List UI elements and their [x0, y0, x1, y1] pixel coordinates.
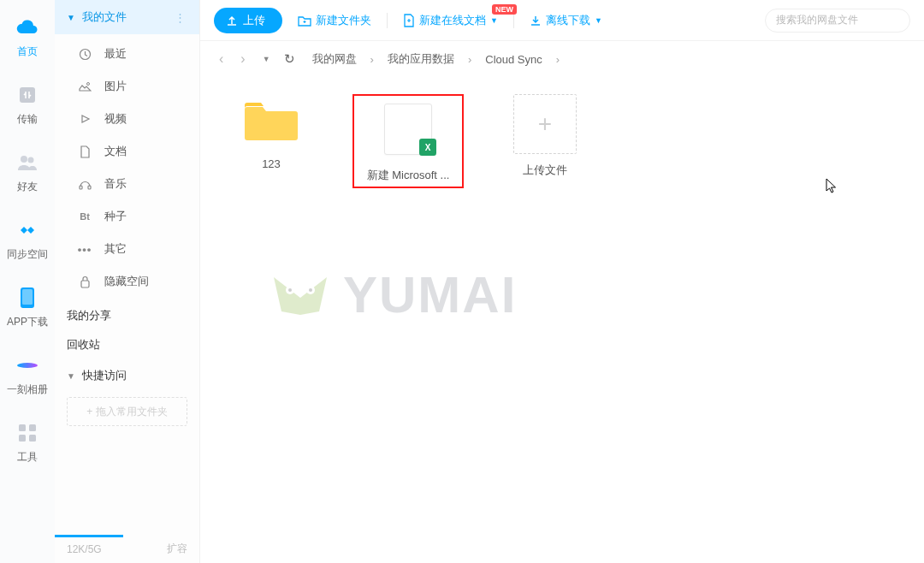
sidebar-item-home[interactable]: 首页	[15, 15, 39, 59]
cat-other[interactable]: •••其它	[55, 233, 199, 265]
plus-icon: +	[513, 94, 577, 154]
cat-header-myfiles[interactable]: ▼ 我的文件 ⋮	[55, 0, 199, 34]
document-icon	[77, 145, 92, 158]
folder-icon	[239, 94, 304, 149]
cat-share[interactable]: 我的分享	[55, 301, 199, 330]
cat-doc[interactable]: 文档	[55, 135, 199, 168]
forward-button[interactable]: ›	[237, 51, 248, 67]
sidebar-item-sync[interactable]: 同步空间	[7, 218, 48, 262]
chevron-down-icon: ▼	[595, 16, 602, 25]
svg-rect-6	[29, 424, 36, 431]
icon-sidebar: 首页 传输 好友 同步空间 APP下载 一刻相册 工具	[0, 0, 55, 563]
main-area: 上传 新建文件夹 新建在线文档 ▼ NEW 离线下载 ▼ 搜索我的网盘文件 ‹ …	[200, 0, 924, 563]
download-icon	[530, 15, 542, 27]
music-icon	[77, 178, 92, 191]
svg-point-10	[86, 82, 89, 85]
svg-point-4	[17, 363, 38, 368]
search-input[interactable]: 搜索我的网盘文件	[765, 9, 910, 33]
folder-plus-icon	[298, 15, 311, 27]
ellipsis-icon: •••	[77, 243, 92, 256]
dropdown-icon[interactable]: ▼	[259, 55, 274, 63]
file-grid: 123 X 新建 Microsoft ... + 上传文件	[200, 77, 924, 563]
drag-folder-box[interactable]: + 拖入常用文件夹	[67, 397, 187, 426]
file-excel-selected[interactable]: X 新建 Microsoft ...	[352, 94, 464, 188]
cat-bt[interactable]: Bt种子	[55, 200, 199, 233]
sidebar-item-tools[interactable]: 工具	[15, 421, 39, 465]
new-doc-button[interactable]: 新建在线文档 ▼ NEW	[398, 9, 503, 32]
cursor-icon	[826, 178, 838, 197]
friends-icon	[15, 151, 39, 175]
offline-download-button[interactable]: 离线下载 ▼	[524, 9, 607, 32]
back-button[interactable]: ‹	[216, 51, 227, 67]
sidebar-item-friends[interactable]: 好友	[15, 151, 39, 194]
new-badge: NEW	[492, 4, 517, 15]
svg-point-1	[28, 157, 34, 163]
crumb-appdata[interactable]: 我的应用数据	[388, 51, 454, 67]
video-icon	[77, 113, 92, 125]
refresh-button[interactable]: ↻	[284, 51, 295, 67]
tools-icon	[15, 421, 39, 445]
album-icon	[15, 353, 39, 377]
sidebar-item-transfer[interactable]: 传输	[15, 83, 39, 127]
svg-rect-3	[22, 289, 33, 305]
new-folder-button[interactable]: 新建文件夹	[293, 9, 376, 32]
cat-image[interactable]: 图片	[55, 70, 199, 103]
storage-row: 12K/5G 扩容	[55, 542, 199, 556]
chevron-down-icon: ▼	[490, 16, 498, 25]
crumb-root[interactable]: 我的网盘	[312, 51, 357, 67]
app-icon	[15, 286, 39, 310]
category-list: 最近 图片 视频 文档 音乐 Bt种子 •••其它 隐藏空间	[55, 34, 199, 301]
cat-recycle[interactable]: 回收站	[55, 330, 199, 359]
sidebar-item-album[interactable]: 一刻相册	[7, 353, 48, 397]
svg-rect-7	[19, 435, 26, 442]
upload-button[interactable]: 上传	[214, 8, 282, 33]
cat-quick-access[interactable]: ▼ 快捷访问	[55, 359, 199, 392]
sidebar-item-app[interactable]: APP下载	[7, 286, 48, 329]
cat-music[interactable]: 音乐	[55, 168, 199, 200]
separator	[513, 13, 514, 28]
crumb-cloudsync[interactable]: Cloud Sync	[485, 53, 542, 66]
cat-hidden[interactable]: 隐藏空间	[55, 265, 199, 298]
category-sidebar: ▼ 我的文件 ⋮ 最近 图片 视频 文档 音乐 Bt种子 •••其它 隐藏空间 …	[55, 0, 200, 563]
upload-icon	[226, 15, 238, 27]
clock-icon	[77, 48, 92, 61]
svg-rect-8	[29, 435, 36, 442]
svg-rect-13	[81, 281, 89, 287]
bt-icon: Bt	[77, 211, 92, 222]
svg-rect-5	[19, 424, 26, 431]
upload-tile[interactable]: + 上传文件	[498, 94, 592, 178]
excel-badge-icon: X	[419, 139, 436, 156]
storage-expand[interactable]: 扩容	[167, 542, 187, 556]
cat-recent[interactable]: 最近	[55, 38, 199, 70]
lock-icon	[77, 276, 92, 288]
storage-used: 12K/5G	[67, 543, 102, 555]
file-folder-123[interactable]: 123	[224, 94, 318, 170]
chevron-down-icon: ▼	[67, 13, 75, 22]
chevron-down-icon: ▼	[67, 371, 75, 381]
file-icon: X	[376, 99, 441, 159]
svg-point-0	[21, 156, 27, 163]
sync-icon	[15, 218, 39, 242]
transfer-icon	[15, 83, 39, 107]
separator	[387, 13, 388, 28]
cat-video[interactable]: 视频	[55, 103, 199, 135]
more-icon[interactable]: ⋮	[175, 11, 187, 24]
storage-bar	[55, 535, 123, 537]
toolbar: 上传 新建文件夹 新建在线文档 ▼ NEW 离线下载 ▼ 搜索我的网盘文件	[200, 0, 924, 41]
doc-plus-icon	[403, 14, 415, 27]
cloud-icon	[15, 15, 39, 39]
breadcrumb-row: ‹ › ▼ ↻ 我的网盘 › 我的应用数据 › Cloud Sync ›	[200, 41, 924, 77]
image-icon	[77, 81, 92, 92]
